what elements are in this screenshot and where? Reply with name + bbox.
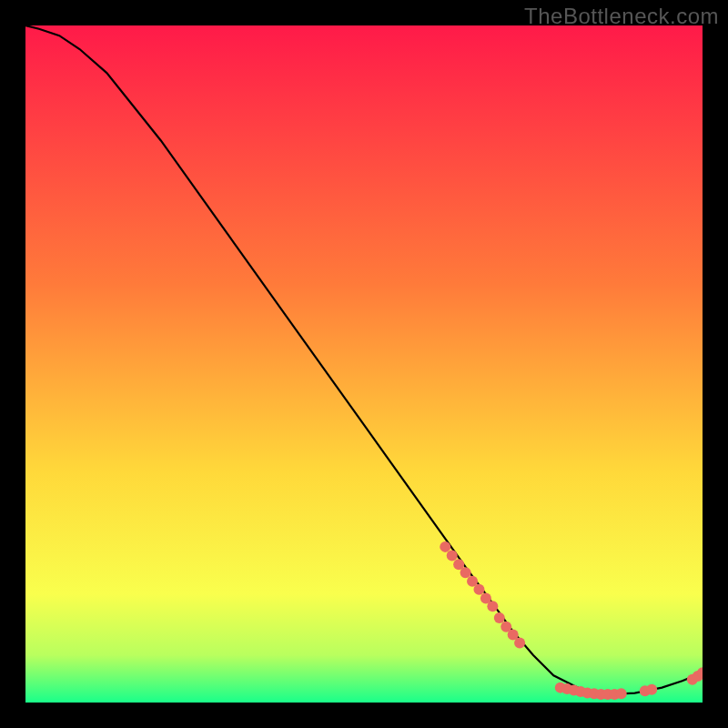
marker-dot bbox=[616, 688, 627, 699]
marker-dot bbox=[646, 684, 657, 695]
plot-area bbox=[25, 25, 703, 703]
marker-dot bbox=[447, 551, 458, 561]
marker-dot bbox=[494, 612, 505, 623]
marker-dot bbox=[440, 541, 450, 552]
gradient-background bbox=[25, 25, 703, 703]
marker-dot bbox=[487, 601, 498, 612]
plot-svg bbox=[25, 25, 703, 703]
marker-dot bbox=[460, 567, 471, 578]
marker-dot bbox=[514, 638, 525, 649]
marker-dot bbox=[473, 584, 484, 595]
chart-stage: TheBottleneck.com bbox=[0, 0, 728, 728]
